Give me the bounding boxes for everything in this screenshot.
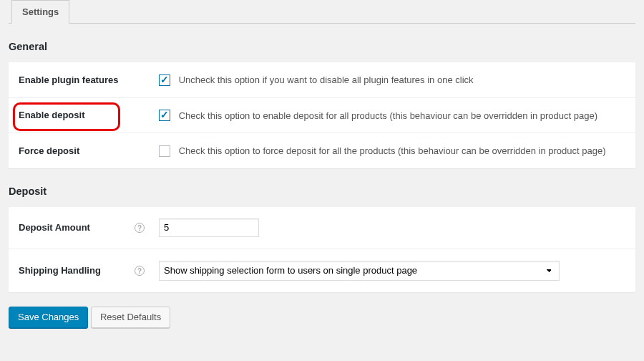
help-icon[interactable]: ? (135, 223, 145, 233)
label-enable-deposit: Enable deposit (19, 110, 84, 120)
help-icon[interactable]: ? (135, 266, 145, 276)
desc-enable-deposit: Check this option to enable deposit for … (179, 110, 597, 121)
desc-enable-plugin: Uncheck this option if you want to disab… (179, 74, 474, 85)
select-shipping-handling[interactable]: Show shipping selection form to users on… (159, 261, 560, 281)
label-enable-plugin: Enable plugin features (9, 62, 152, 97)
deposit-settings-table: Deposit Amount ? Shipping Handling ? Sho… (9, 207, 635, 292)
label-shipping-handling: Shipping Handling (19, 265, 101, 276)
checkbox-force-deposit[interactable] (159, 145, 170, 157)
row-deposit-amount: Deposit Amount ? (9, 207, 635, 249)
section-title-general: General (9, 41, 635, 52)
checkbox-enable-plugin[interactable] (159, 74, 170, 86)
row-shipping-handling: Shipping Handling ? Show shipping select… (9, 249, 635, 292)
checkbox-enable-deposit[interactable] (159, 110, 170, 121)
label-force-deposit: Force deposit (9, 133, 152, 168)
row-enable-deposit: Enable deposit Check this option to enab… (9, 97, 635, 133)
row-force-deposit: Force deposit Check this option to force… (9, 133, 635, 168)
general-settings-table: Enable plugin features Uncheck this opti… (9, 62, 635, 168)
tab-bar: Settings (9, 0, 635, 24)
reset-button[interactable]: Reset Defaults (91, 307, 170, 328)
desc-force-deposit: Check this option to force deposit for a… (179, 145, 606, 156)
tab-settings[interactable]: Settings (11, 0, 69, 24)
action-buttons: Save Changes Reset Defaults (9, 307, 635, 328)
save-button[interactable]: Save Changes (9, 307, 88, 328)
input-deposit-amount[interactable] (159, 218, 259, 237)
label-deposit-amount: Deposit Amount (19, 222, 90, 233)
row-enable-plugin: Enable plugin features Uncheck this opti… (9, 62, 635, 97)
section-title-deposit: Deposit (9, 186, 635, 197)
